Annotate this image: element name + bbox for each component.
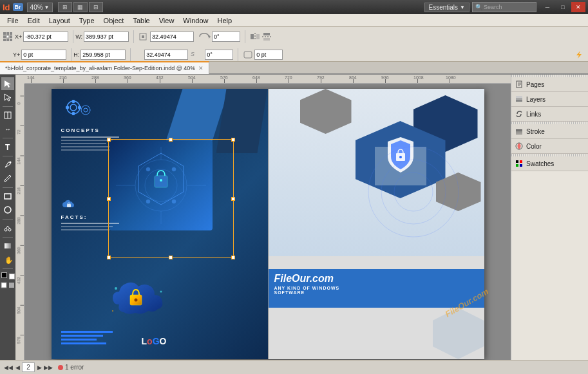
flip-v-icon[interactable] xyxy=(261,32,272,41)
tab-close[interactable]: ✕ xyxy=(198,65,204,71)
canvas-with-ruler: CONCEPTS xyxy=(15,84,511,360)
swatches-icon xyxy=(515,160,523,167)
layers-section: Layers xyxy=(511,92,588,107)
links-icon xyxy=(515,110,523,118)
svg-rect-4 xyxy=(6,35,9,38)
pen-tool[interactable] xyxy=(1,158,14,171)
canvas-scroll[interactable]: CONCEPTS xyxy=(24,84,511,360)
menu-help[interactable]: Help xyxy=(213,15,236,26)
svg-point-61 xyxy=(134,299,137,302)
menu-table[interactable]: Table xyxy=(128,15,154,26)
h-field: H: xyxy=(73,49,126,61)
fill-color[interactable] xyxy=(1,272,7,278)
view-mode-icons xyxy=(1,282,15,288)
constraint-icon[interactable] xyxy=(138,32,147,41)
page-tool[interactable] xyxy=(1,109,14,122)
toolbar-sep-2 xyxy=(133,30,134,43)
svg-point-52 xyxy=(146,167,150,171)
x-field: X+ xyxy=(15,31,68,42)
select-tool[interactable] xyxy=(1,77,14,90)
error-text: 1 error xyxy=(65,364,84,371)
left-page: CONCEPTS xyxy=(52,89,268,359)
rotate-icon xyxy=(198,32,211,41)
svg-point-70 xyxy=(394,173,433,211)
zoom-control[interactable]: 40% ▼ xyxy=(27,3,53,12)
svg-rect-34 xyxy=(5,243,11,248)
color-section: Color xyxy=(511,139,588,154)
menu-type[interactable]: Type xyxy=(75,15,99,26)
menu-window[interactable]: Window xyxy=(178,15,213,26)
bridge-badge[interactable]: Br xyxy=(13,3,23,11)
menu-edit[interactable]: Edit xyxy=(23,15,44,26)
menu-layout[interactable]: Layout xyxy=(44,15,75,26)
svg-rect-1 xyxy=(6,32,9,35)
y-input[interactable] xyxy=(21,50,66,60)
svg-point-27 xyxy=(10,162,12,164)
toolbar-sep-3 xyxy=(245,30,245,43)
field1-input[interactable] xyxy=(150,32,194,42)
flip-h-icon[interactable] xyxy=(250,32,260,41)
pages-header[interactable]: Pages xyxy=(511,77,588,91)
search-box[interactable]: 🔍 Search xyxy=(472,2,536,12)
h-ruler xyxy=(24,75,511,84)
pencil-tool[interactable] xyxy=(1,172,14,185)
maximize-button[interactable]: □ xyxy=(556,2,570,12)
view-btn-2[interactable]: ▦ xyxy=(73,2,88,12)
field2-input[interactable] xyxy=(144,50,188,60)
menu-object[interactable]: Object xyxy=(99,15,129,26)
x-input[interactable] xyxy=(23,32,68,42)
rotation-input[interactable] xyxy=(212,32,240,42)
flash-icon[interactable] xyxy=(573,50,585,59)
hand-tool[interactable]: ✋ xyxy=(1,253,14,266)
stroke-color[interactable] xyxy=(9,274,15,279)
view-btn-1[interactable]: ⊞ xyxy=(58,2,72,12)
stroke-icon xyxy=(515,127,523,135)
gradient-tool[interactable] xyxy=(1,239,14,252)
layers-label: Layers xyxy=(526,96,545,103)
page-number-input[interactable]: 2 xyxy=(22,362,35,372)
svg-rect-15 xyxy=(263,33,270,35)
h-input[interactable] xyxy=(81,50,126,60)
stroke-header[interactable]: Stroke xyxy=(511,124,588,138)
corner-input[interactable] xyxy=(254,50,283,60)
links-header[interactable]: Links xyxy=(511,107,588,121)
toolbar-sep-5 xyxy=(130,48,131,61)
svg-rect-3 xyxy=(3,35,6,38)
menu-file[interactable]: File xyxy=(3,15,23,26)
svg-rect-85 xyxy=(520,160,522,163)
gap-tool[interactable]: ↔ xyxy=(1,122,14,135)
layers-header[interactable]: Layers xyxy=(511,92,588,106)
workspace-selector[interactable]: Essentials ▼ xyxy=(424,3,470,12)
svg-marker-22 xyxy=(5,94,11,101)
svg-rect-37 xyxy=(9,283,14,288)
scissors-tool[interactable] xyxy=(1,221,14,234)
minimize-button[interactable]: ─ xyxy=(540,2,555,12)
tool-sep-4 xyxy=(3,187,13,188)
view-mode-buttons: ⊞ ▦ ⊟ xyxy=(58,2,103,12)
first-page-btn[interactable]: ◀◀ xyxy=(4,363,13,372)
next-page-btn[interactable]: ▶ xyxy=(35,363,44,372)
rotation-field xyxy=(212,31,240,42)
svg-point-29 xyxy=(5,207,11,213)
preview-mode-icon[interactable] xyxy=(8,282,15,288)
last-page-btn[interactable]: ▶▶ xyxy=(44,363,53,372)
normal-mode-icon[interactable] xyxy=(1,282,7,288)
align-icons xyxy=(250,32,272,41)
shear-input[interactable] xyxy=(205,50,233,60)
w-input[interactable] xyxy=(84,32,129,42)
rect-tool[interactable] xyxy=(1,190,14,203)
hex-area xyxy=(109,140,213,230)
direct-select-tool[interactable] xyxy=(1,91,14,104)
menu-view[interactable]: View xyxy=(155,15,179,26)
ellipse-tool[interactable] xyxy=(1,203,14,216)
type-tool[interactable]: T xyxy=(1,140,14,153)
document-tab[interactable]: *bi-fold_corporate_template_by_ali-aslam… xyxy=(0,61,209,74)
hex-4 xyxy=(300,89,352,134)
close-button[interactable]: ✕ xyxy=(571,2,585,12)
prev-page-btn[interactable]: ◀ xyxy=(13,363,22,372)
color-header[interactable]: Color xyxy=(511,139,588,153)
color-icon xyxy=(515,142,523,150)
view-btn-3[interactable]: ⊟ xyxy=(89,2,103,12)
swatches-header[interactable]: Swatches xyxy=(511,156,588,171)
svg-rect-41 xyxy=(72,112,75,115)
